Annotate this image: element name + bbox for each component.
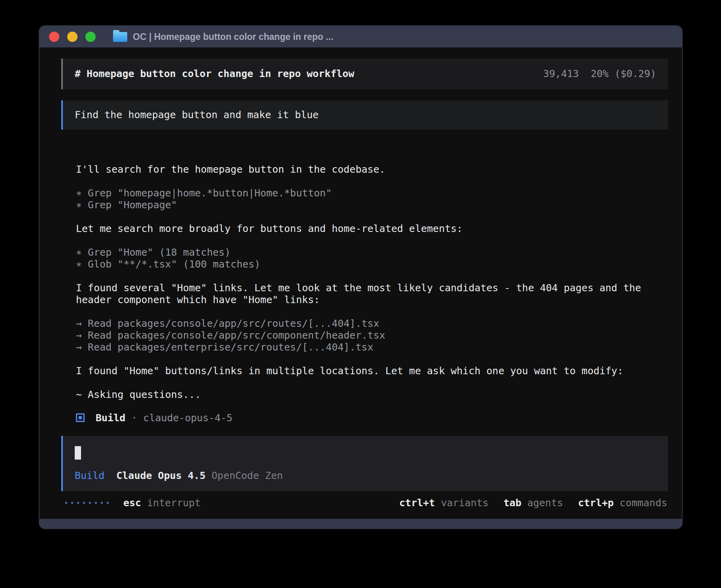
assistant-text-block: I'll search for the homepage button in t… <box>76 164 668 175</box>
session-stats: 39,413 20% ($0.29) <box>543 68 656 80</box>
context-cost: 20% ($0.29) <box>591 68 656 80</box>
status-bar-left: escinterrupt <box>65 497 201 509</box>
assistant-transcript: I'll search for the homepage button in t… <box>76 164 668 401</box>
folder-icon <box>113 32 127 42</box>
user-message-text: Find the homepage button and make it blu… <box>75 109 319 121</box>
assistant-text-block: Let me search more broadly for buttons a… <box>76 223 668 235</box>
zoom-button[interactable] <box>85 32 96 42</box>
tool-call-line: → Read packages/console/app/src/routes/[… <box>76 318 668 330</box>
status-bar: escinterrupt ctrl+tvariantstabagentsctrl… <box>65 497 667 509</box>
shortcut-key: tab <box>504 497 521 509</box>
input-model-label[interactable]: Claude Opus 4.5 <box>116 470 206 482</box>
token-count: 39,413 <box>543 68 579 80</box>
assistant-text-block: I found "Home" buttons/links in multiple… <box>76 365 668 377</box>
shortcut-label: interrupt <box>147 497 200 509</box>
shortcut-esc: escinterrupt <box>123 497 201 509</box>
agent-separator: · <box>131 412 137 424</box>
assistant-text-line: header component which have "Home" links… <box>76 294 668 306</box>
tool-call-block: ∗ Grep "Home" (18 matches)∗ Glob "**/*.t… <box>76 247 668 270</box>
input-meta-row: Build Claude Opus 4.5 OpenCode Zen <box>75 470 656 482</box>
assistant-text-block: ~ Asking questions... <box>76 389 668 401</box>
prompt-input[interactable]: Build Claude Opus 4.5 OpenCode Zen <box>61 436 668 491</box>
assistant-text-line: Let me search more broadly for buttons a… <box>76 223 668 235</box>
session-title: # Homepage button color change in repo w… <box>75 68 354 80</box>
spinner-dot <box>65 502 67 504</box>
terminal-window: OC | Homepage button color change in rep… <box>40 26 682 528</box>
session-header: # Homepage button color change in repo w… <box>61 58 668 89</box>
terminal-content: # Homepage button color change in repo w… <box>40 47 682 519</box>
assistant-text-line: I'll search for the homepage button in t… <box>76 164 668 175</box>
status-left-shortcuts: escinterrupt <box>123 497 201 509</box>
close-button[interactable] <box>49 32 59 42</box>
agent-name: Build <box>96 412 125 424</box>
tool-call-block: → Read packages/console/app/src/routes/[… <box>76 318 668 353</box>
tool-call-block: ∗ Grep "homepage|home.*button|Home.*butt… <box>76 187 668 211</box>
input-provider-label: OpenCode Zen <box>211 470 283 482</box>
shortcut-key: esc <box>123 497 141 509</box>
shortcut-tab: tabagents <box>504 497 563 509</box>
assistant-text-line: I found several "Home" links. Let me loo… <box>76 282 668 294</box>
shortcut-ctrl-p: ctrl+pcommands <box>578 497 667 509</box>
spinner-dot <box>101 502 103 504</box>
spinner-dot <box>71 502 73 504</box>
build-agent-icon <box>76 413 85 422</box>
shortcut-key: ctrl+t <box>399 497 435 509</box>
build-agent-icon-dot <box>79 416 82 419</box>
shortcut-label: commands <box>620 497 667 509</box>
spinner-dot <box>83 502 85 504</box>
agent-status-row: Build · claude-opus-4-5 <box>76 412 668 424</box>
window-titlebar[interactable]: OC | Homepage button color change in rep… <box>40 26 682 47</box>
minimize-button[interactable] <box>67 32 77 42</box>
assistant-text-line: I found "Home" buttons/links in multiple… <box>76 365 668 377</box>
tool-call-line: ∗ Grep "homepage|home.*button|Home.*butt… <box>76 187 668 199</box>
text-cursor <box>75 446 81 460</box>
spinner-dot <box>89 502 91 504</box>
spinner-dots <box>65 502 109 504</box>
window-title: OC | Homepage button color change in rep… <box>133 32 333 42</box>
spinner-dot <box>95 502 97 504</box>
agent-model: claude-opus-4-5 <box>143 412 232 424</box>
shortcut-key: ctrl+p <box>578 497 613 509</box>
tool-call-line: → Read packages/console/app/src/componen… <box>76 330 668 341</box>
tool-call-line: ∗ Glob "**/*.tsx" (100 matches) <box>76 258 668 270</box>
tool-call-line: → Read packages/enterprise/src/routes/[.… <box>76 341 668 353</box>
spinner-dot <box>107 502 109 504</box>
tool-call-line: ∗ Grep "Home" (18 matches) <box>76 247 668 258</box>
status-right-shortcuts: ctrl+tvariantstabagentsctrl+pcommands <box>399 497 667 509</box>
assistant-text-line: ~ Asking questions... <box>76 389 668 401</box>
spinner-dot <box>77 502 79 504</box>
shortcut-ctrl-t: ctrl+tvariants <box>399 497 489 509</box>
input-agent-label[interactable]: Build <box>75 470 104 482</box>
assistant-text-block: I found several "Home" links. Let me loo… <box>76 282 668 306</box>
shortcut-label: agents <box>527 497 563 509</box>
tool-call-line: ∗ Grep "Homepage" <box>76 199 668 211</box>
shortcut-label: variants <box>441 497 488 509</box>
user-message: Find the homepage button and make it blu… <box>61 100 668 130</box>
